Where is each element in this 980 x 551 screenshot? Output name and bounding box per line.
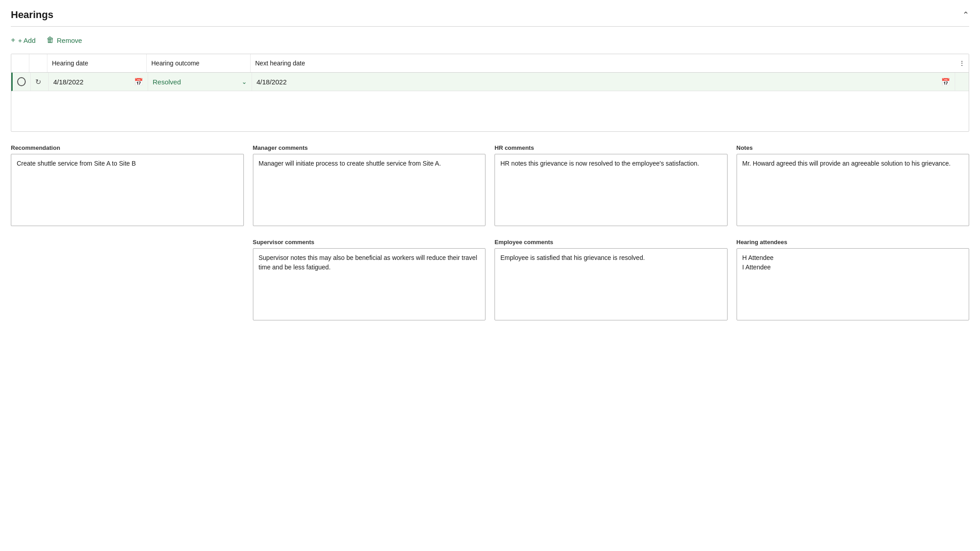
manager-comments-field: Manager comments	[253, 144, 486, 226]
remove-button[interactable]: 🗑 Remove	[47, 34, 82, 46]
hr-comments-label: HR comments	[495, 144, 728, 151]
employee-comments-field: Employee comments	[495, 239, 728, 320]
hearing-date-value: 4/18/2022	[53, 78, 84, 86]
td-refresh[interactable]: ↻	[31, 73, 49, 91]
details-bottom-row: Supervisor comments Employee comments He…	[11, 239, 969, 320]
th-next-hearing-date: Next hearing date	[251, 54, 955, 72]
td-more[interactable]	[955, 73, 969, 91]
td-hearing-date: 4/18/2022 📅	[49, 73, 148, 91]
recommendation-field: Recommendation	[11, 144, 244, 226]
table-header: Hearing date Hearing outcome Next hearin…	[11, 54, 969, 73]
hearing-attendees-textarea[interactable]	[737, 248, 970, 320]
notes-label: Notes	[737, 144, 970, 151]
add-icon: +	[11, 36, 15, 45]
hearing-attendees-field: Hearing attendees	[737, 239, 970, 320]
page-title: Hearings	[11, 9, 53, 21]
more-header-icon[interactable]: ⋮	[959, 60, 965, 67]
hearing-attendees-label: Hearing attendees	[737, 239, 970, 245]
manager-comments-label: Manager comments	[253, 144, 486, 151]
hr-comments-textarea[interactable]	[495, 154, 728, 226]
supervisor-comments-field: Supervisor comments	[253, 239, 486, 320]
remove-icon: 🗑	[47, 36, 54, 45]
table-body: ↻ 4/18/2022 📅 Resolved ⌄ 4/18/2022 📅	[11, 73, 969, 131]
notes-field: Notes	[737, 144, 970, 226]
th-more[interactable]: ⋮	[955, 54, 969, 72]
td-hearing-outcome[interactable]: Resolved ⌄	[148, 73, 252, 91]
outcome-chevron-icon[interactable]: ⌄	[242, 78, 247, 85]
supervisor-comments-textarea[interactable]	[253, 248, 486, 320]
hearing-date-calendar-icon[interactable]: 📅	[134, 78, 143, 86]
notes-textarea[interactable]	[737, 154, 970, 226]
hr-comments-field: HR comments	[495, 144, 728, 226]
empty-spacer	[11, 239, 244, 320]
supervisor-comments-label: Supervisor comments	[253, 239, 486, 245]
add-button[interactable]: + + Add	[11, 34, 36, 46]
header: Hearings ⌃	[11, 9, 969, 27]
recommendation-textarea[interactable]	[11, 154, 244, 226]
page-container: Hearings ⌃ + + Add 🗑 Remove Hearing date…	[0, 0, 980, 329]
next-hearing-date-value: 4/18/2022	[257, 78, 287, 86]
employee-comments-textarea[interactable]	[495, 248, 728, 320]
td-select[interactable]	[13, 73, 31, 91]
table-row: ↻ 4/18/2022 📅 Resolved ⌄ 4/18/2022 📅	[11, 73, 969, 91]
manager-comments-textarea[interactable]	[253, 154, 486, 226]
th-refresh	[29, 54, 47, 72]
hearings-table: Hearing date Hearing outcome Next hearin…	[11, 54, 969, 132]
add-label: + Add	[18, 37, 36, 44]
th-select	[11, 54, 29, 72]
row-radio[interactable]	[17, 77, 26, 86]
employee-comments-label: Employee comments	[495, 239, 728, 245]
remove-label: Remove	[57, 37, 82, 44]
hearing-outcome-value: Resolved	[153, 78, 181, 86]
next-date-calendar-icon[interactable]: 📅	[941, 78, 950, 86]
toolbar: + + Add 🗑 Remove	[11, 34, 969, 46]
th-hearing-outcome: Hearing outcome	[147, 54, 251, 72]
details-top-row: Recommendation Manager comments HR comme…	[11, 144, 969, 226]
refresh-icon[interactable]: ↻	[35, 78, 41, 86]
recommendation-label: Recommendation	[11, 144, 244, 151]
th-hearing-date: Hearing date	[47, 54, 147, 72]
collapse-icon[interactable]: ⌃	[962, 10, 969, 20]
td-next-hearing-date: 4/18/2022 📅	[252, 73, 955, 91]
